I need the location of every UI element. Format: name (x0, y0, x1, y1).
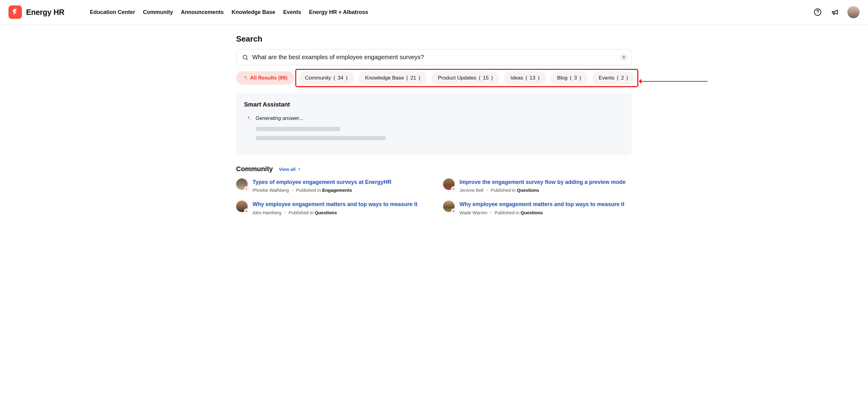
nav-education-center[interactable]: Education Center (90, 9, 135, 16)
source-badge-icon: G (244, 209, 249, 213)
filter-blog[interactable]: Blog (3) (551, 71, 588, 85)
result-title-link[interactable]: Improve the engagement survey flow by ad… (460, 178, 632, 186)
view-all-link[interactable]: View all (279, 166, 301, 172)
result-author: Jerome Bell (460, 187, 484, 193)
result-published-in: Published in Questions (491, 187, 539, 193)
nav-announcements[interactable]: Announcements (181, 9, 224, 16)
result-published-in: Published in Questions (289, 210, 337, 215)
result-avatar[interactable] (236, 178, 248, 190)
skeleton-line (255, 127, 341, 131)
result-title-link[interactable]: Why employee engagement matters and top … (460, 201, 632, 208)
nav-knowledge-base[interactable]: Knowledge Base (231, 9, 275, 16)
view-all-label: View all (279, 166, 296, 172)
avatar[interactable] (847, 6, 860, 18)
filter-product-updates[interactable]: Product Updates (15) (431, 71, 500, 85)
filter-community[interactable]: Community (34) (298, 71, 354, 85)
result-title-link[interactable]: Why employee engagement matters and top … (252, 201, 425, 208)
result-avatar[interactable]: G (443, 201, 455, 212)
help-icon[interactable] (812, 7, 823, 18)
result-author: Alex Hamberg (252, 210, 281, 215)
result-avatar[interactable]: G (236, 201, 248, 212)
app-header: Energy HR Education Center Community Ann… (0, 0, 868, 25)
community-results: Types of employee engagement surveys at … (236, 178, 632, 215)
separator-dot-icon (490, 212, 491, 213)
filter-all-results[interactable]: All Results (89) (236, 71, 294, 85)
result-author: Phoebe Walhberg (252, 187, 289, 193)
skeleton-line (255, 136, 386, 140)
separator-dot-icon (487, 190, 488, 191)
result-published-in: Published in Engagements (296, 187, 352, 193)
brand[interactable]: Energy HR (8, 5, 64, 19)
filter-ideas[interactable]: Ideas (13) (504, 71, 546, 85)
result-published-in: Published in Questions (494, 210, 542, 215)
result-meta: Wade WarrenPublished in Questions (460, 210, 632, 215)
separator-dot-icon (292, 190, 293, 191)
community-section-head: Community View all (236, 165, 632, 173)
nav-integrations[interactable]: Energy HR + Albatross (309, 9, 368, 16)
result-avatar[interactable]: G (443, 178, 455, 190)
result-item: GWhy employee engagement matters and top… (443, 201, 632, 215)
smart-assistant-title: Smart Assistant (244, 101, 624, 108)
separator-dot-icon (284, 212, 286, 213)
brand-name: Energy HR (26, 8, 64, 17)
result-title-link[interactable]: Types of employee engagement surveys at … (252, 178, 425, 186)
nav-community[interactable]: Community (143, 9, 173, 16)
result-meta: Jerome BellPublished in Questions (460, 187, 632, 193)
result-item: GImprove the engagement survey flow by a… (443, 178, 632, 193)
filter-events[interactable]: Events (2) (592, 71, 635, 85)
clear-search-button[interactable]: ✕ (620, 54, 627, 61)
result-meta: Phoebe WalhbergPublished in Engagements (252, 187, 425, 193)
result-meta: Alex HambergPublished in Questions (252, 210, 425, 215)
main-content: Search ✕ All Results (89) Community (34)… (234, 34, 634, 227)
search-icon (242, 54, 249, 61)
filter-chips: All Results (89) Community (34) Knowledg… (236, 71, 632, 85)
chevron-right-icon (298, 167, 301, 171)
annotation-arrow-icon (641, 81, 708, 82)
result-item: Types of employee engagement surveys at … (236, 178, 425, 193)
assistant-skeleton (255, 127, 624, 140)
search-box: ✕ (236, 49, 632, 65)
assistant-status: Generating answer... (246, 115, 624, 121)
page-title: Search (236, 34, 632, 44)
svg-line-3 (246, 59, 248, 60)
result-item: GWhy employee engagement matters and top… (236, 201, 425, 215)
sparkle-icon (246, 116, 251, 121)
community-section-title: Community (236, 165, 273, 173)
top-nav: Education Center Community Announcements… (90, 9, 368, 16)
search-input[interactable] (252, 54, 616, 61)
nav-events[interactable]: Events (283, 9, 301, 16)
source-badge-icon: G (451, 209, 456, 213)
source-badge-icon (244, 186, 249, 191)
result-author: Wade Warren (460, 210, 487, 215)
header-actions (812, 6, 860, 18)
svg-point-2 (243, 55, 247, 59)
filter-knowledge-base[interactable]: Knowledge Base (21) (359, 71, 427, 85)
brand-logo-icon (8, 5, 22, 19)
smart-assistant-panel: Smart Assistant Generating answer... (236, 93, 632, 155)
megaphone-icon[interactable] (830, 7, 841, 18)
sparkle-icon (243, 75, 248, 81)
assistant-status-text: Generating answer... (255, 115, 303, 121)
source-badge-icon: G (451, 186, 456, 191)
